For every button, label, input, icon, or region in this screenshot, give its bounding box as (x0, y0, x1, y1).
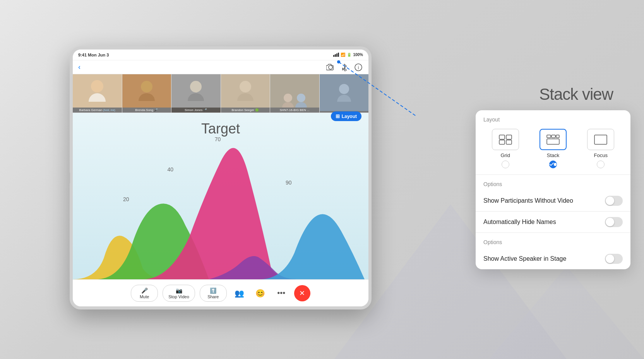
mute-icon: 🎤 (141, 287, 148, 294)
svg-rect-6 (506, 135, 512, 139)
stop-video-icon: 📷 (176, 287, 182, 294)
show-participants-label: Show Participants Without Video (483, 197, 573, 204)
status-bar-right: 📶 🔋 100% (333, 53, 363, 57)
ipad-screen: 9:41 Mon Jun 3 📶 🔋 100% ‹ (73, 50, 368, 306)
svg-rect-13 (594, 135, 607, 144)
battery-icon: 🔋 (347, 53, 351, 57)
status-bar: 9:41 Mon Jun 3 📶 🔋 100% (73, 50, 368, 60)
layout-section-title: Layout (476, 110, 630, 126)
grid-label: Grid (500, 152, 510, 158)
show-participants-toggle-thumb (606, 197, 614, 205)
auto-hide-names-row: Automatically Hide Names (476, 212, 630, 232)
layout-option-focus[interactable]: Focus (579, 129, 623, 168)
layout-option-grid[interactable]: Grid (483, 129, 527, 168)
options2-section-title: Options (476, 233, 630, 248)
share-label: Share (207, 294, 219, 299)
participant-barbara[interactable]: Barbara German (host, me) (73, 74, 122, 113)
participant-shn-name: SHN7-16-BIG BEN ... (270, 108, 319, 113)
stack-layout-icon (540, 129, 567, 150)
grid-layout-icon (492, 129, 519, 150)
toolbar: 🎤 Mute 📷 Stop Video ⬆️ Share 👥 😊 ••• ✕ (73, 279, 368, 306)
stack-radio[interactable] (549, 161, 557, 168)
auto-hide-names-toggle[interactable] (605, 217, 623, 227)
svg-rect-11 (556, 135, 559, 138)
participant-shn[interactable]: SHN7-16-BIG BEN ... (270, 74, 320, 113)
nav-bar: ‹ i (73, 60, 368, 74)
stop-video-button[interactable]: 📷 Stop Video (163, 285, 195, 302)
mute-button[interactable]: 🎤 Mute (131, 285, 158, 302)
show-participants-toggle[interactable] (605, 196, 623, 206)
status-time: 9:41 Mon Jun 3 (78, 53, 109, 57)
layout-option-stack[interactable]: Stack (531, 129, 575, 168)
chart-svg (73, 130, 368, 279)
auto-hide-names-toggle-thumb (606, 218, 614, 226)
participant-brenda-photo (122, 74, 171, 108)
participant-brandon[interactable]: Brandon Seeger 🟢 (221, 74, 271, 113)
layout-options: Grid Stack (476, 126, 630, 174)
signal-bar-3 (336, 53, 337, 57)
svg-rect-5 (499, 135, 505, 139)
show-active-speaker-toggle-thumb (606, 255, 614, 263)
chart-container: Target 20 40 70 90 (73, 113, 368, 279)
focus-radio[interactable] (597, 161, 605, 168)
participant-extra[interactable] (320, 74, 369, 113)
share-icon: ⬆️ (210, 287, 216, 294)
participants-button[interactable]: 👥 (231, 285, 248, 301)
participant-brandon-photo (221, 74, 270, 108)
participant-extra-photo (320, 74, 369, 111)
ipad-device: 9:41 Mon Jun 3 📶 🔋 100% ‹ (70, 46, 372, 309)
layout-button-icon: ⊞ (336, 113, 340, 119)
stack-label: Stack (547, 152, 560, 158)
focus-label: Focus (594, 152, 608, 158)
signal-bar-2 (335, 54, 336, 57)
battery-percent: 100% (353, 53, 363, 57)
participant-simon-photo (171, 74, 221, 108)
info-icon[interactable]: i (354, 63, 363, 72)
signal-bar-4 (338, 53, 339, 57)
svg-text:i: i (358, 65, 359, 70)
stop-video-label: Stop Video (168, 294, 189, 299)
layout-button[interactable]: ⊞ Layout (331, 111, 361, 121)
status-bar-left: 9:41 Mon Jun 3 (78, 53, 109, 57)
share-button[interactable]: ⬆️ Share (200, 285, 227, 302)
more-button[interactable]: ••• (273, 285, 289, 301)
mute-label: Mute (140, 294, 149, 299)
show-active-speaker-label: Show Active Speaker in Stage (483, 255, 566, 262)
reactions-button[interactable]: 😊 (252, 285, 269, 301)
options-section-title: Options (476, 175, 630, 190)
participant-brenda[interactable]: Brenda Song 🎤 (122, 74, 172, 113)
participant-brandon-name: Brandon Seeger 🟢 (221, 108, 270, 113)
focus-layout-icon (587, 129, 614, 150)
show-participants-row: Show Participants Without Video (476, 190, 630, 211)
wifi-icon: 📶 (341, 53, 345, 57)
nav-icons: i (326, 63, 363, 72)
svg-point-0 (329, 65, 332, 69)
back-button[interactable]: ‹ (78, 63, 80, 71)
participant-shn-photo (270, 74, 319, 108)
main-content: Target 20 40 70 90 (73, 113, 368, 279)
signal-bars (333, 53, 339, 57)
participants-strip: Barbara German (host, me) Brenda Song 🎤 (73, 74, 368, 113)
show-active-speaker-toggle[interactable] (605, 254, 623, 264)
participant-barbara-name: Barbara German (host, me) (73, 108, 122, 113)
bluetooth-icon[interactable] (340, 63, 349, 72)
camera-icon[interactable] (326, 63, 335, 72)
grid-radio[interactable] (502, 161, 509, 168)
svg-rect-7 (499, 140, 505, 144)
svg-rect-10 (552, 135, 555, 138)
ipad-side-button (68, 172, 70, 184)
end-call-button[interactable]: ✕ (294, 285, 310, 301)
auto-hide-names-label: Automatically Hide Names (483, 219, 556, 226)
svg-rect-8 (506, 140, 512, 144)
participant-simon[interactable]: Simon Jones 🎤 (171, 74, 221, 113)
signal-bar-1 (333, 55, 334, 57)
stack-view-title: Stack view (539, 85, 613, 104)
layout-button-label: Layout (342, 114, 357, 119)
participant-brenda-name: Brenda Song 🎤 (122, 108, 171, 113)
participant-simon-name: Simon Jones 🎤 (171, 108, 221, 113)
svg-rect-9 (547, 135, 551, 138)
show-active-speaker-row: Show Active Speaker in Stage (476, 248, 630, 269)
layout-panel: Layout Grid (476, 110, 630, 269)
participant-barbara-photo (73, 74, 122, 108)
svg-rect-12 (547, 139, 559, 144)
